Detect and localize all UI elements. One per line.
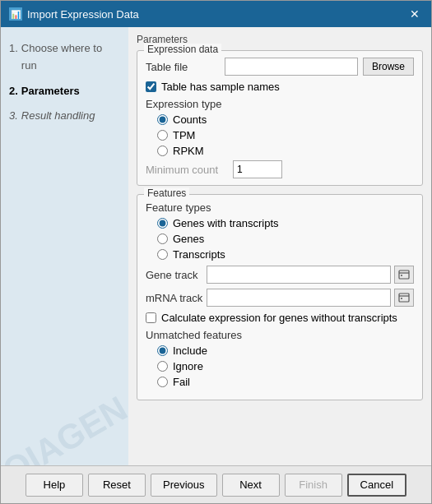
min-count-input[interactable] <box>233 160 282 178</box>
next-button[interactable]: Next <box>222 474 280 497</box>
svg-rect-2 <box>399 294 409 302</box>
expression-data-group: Expression data Table file Browse Table … <box>137 50 423 186</box>
svg-point-1 <box>401 275 402 276</box>
unmatched-ignore-row: Ignore <box>157 360 414 372</box>
min-count-row: Minimum count <box>146 160 414 178</box>
dialog-body: 1. Choose where to run 2. Parameters 3. … <box>1 27 431 465</box>
unmatched-ignore-radio[interactable] <box>157 361 168 372</box>
gene-track-row: Gene track <box>146 266 414 284</box>
mrna-track-label: mRNA track <box>146 292 203 304</box>
table-file-row: Table file Browse <box>146 58 414 76</box>
expression-type-tpm-radio[interactable] <box>157 130 168 141</box>
expression-group-title: Expression data <box>144 44 221 55</box>
min-count-label: Minimum count <box>146 164 228 176</box>
step1-label: Choose where to run <box>21 40 120 75</box>
feature-type-genes-label: Genes <box>173 233 204 245</box>
svg-point-3 <box>401 298 402 299</box>
browse-button[interactable]: Browse <box>363 58 414 76</box>
sample-names-row: Table has sample names <box>146 81 414 93</box>
gene-track-browse-icon <box>398 269 410 280</box>
sample-names-checkbox[interactable] <box>146 81 156 92</box>
unmatched-include-row: Include <box>157 344 414 357</box>
unmatched-include-radio[interactable] <box>157 345 168 356</box>
unmatched-fail-row: Fail <box>157 376 414 388</box>
feature-type-transcripts-label: Transcripts <box>173 248 225 261</box>
previous-button[interactable]: Previous <box>151 474 217 497</box>
mrna-track-row: mRNA track <box>146 289 414 307</box>
feature-types-group: Genes with transcripts Genes Transcripts <box>157 217 414 261</box>
finish-button[interactable]: Finish <box>285 474 342 497</box>
calc-expr-checkbox[interactable] <box>146 312 156 323</box>
cancel-button[interactable]: Cancel <box>347 474 406 497</box>
step1-number: 1. <box>9 40 18 75</box>
expression-type-rpkm-label: RPKM <box>173 145 204 157</box>
table-file-input[interactable] <box>225 58 358 76</box>
help-button[interactable]: Help <box>26 474 83 497</box>
expression-type-rpkm-row: RPKM <box>157 145 414 157</box>
unmatched-ignore-label: Ignore <box>173 360 203 372</box>
reset-button[interactable]: Reset <box>88 474 146 497</box>
unmatched-fail-radio[interactable] <box>157 377 168 387</box>
calc-expr-row: Calculate expression for genes without t… <box>146 312 414 324</box>
feature-type-genes-transcripts-row: Genes with transcripts <box>157 217 414 229</box>
dialog-footer: Help Reset Previous Next Finish Cancel <box>1 465 431 503</box>
sidebar-item-result[interactable]: 3. Result handling <box>9 108 120 125</box>
expression-type-label: Expression type <box>146 98 414 110</box>
unmatched-include-label: Include <box>173 344 207 357</box>
feature-type-genes-radio[interactable] <box>157 234 168 244</box>
dialog-title: Import Expression Data <box>27 8 139 21</box>
expression-type-tpm-row: TPM <box>157 129 414 141</box>
feature-type-transcripts-radio[interactable] <box>157 249 168 260</box>
expression-type-group: Counts TPM RPKM <box>157 113 414 157</box>
title-bar: 📊 Import Expression Data ✕ <box>1 1 431 27</box>
unmatched-fail-label: Fail <box>173 376 190 388</box>
title-bar-left: 📊 Import Expression Data <box>9 7 139 21</box>
feature-type-genes-transcripts-radio[interactable] <box>157 218 168 229</box>
feature-type-genes-transcripts-label: Genes with transcripts <box>173 217 279 229</box>
sidebar-item-choose[interactable]: 1. Choose where to run <box>9 40 120 75</box>
gene-track-browse-button[interactable] <box>394 266 414 284</box>
expression-type-tpm-label: TPM <box>173 129 195 141</box>
expression-type-rpkm-radio[interactable] <box>157 146 168 156</box>
table-file-label: Table file <box>146 61 220 73</box>
dialog-window: 📊 Import Expression Data ✕ 1. Choose whe… <box>0 0 432 504</box>
features-group-title: Features <box>144 187 189 199</box>
step2-number: 2. <box>9 83 18 100</box>
gene-track-input[interactable] <box>207 266 391 284</box>
mrna-track-browse-button[interactable] <box>394 289 414 307</box>
svg-rect-0 <box>399 270 409 279</box>
feature-type-transcripts-row: Transcripts <box>157 248 414 261</box>
calc-expr-label: Calculate expression for genes without t… <box>161 312 397 324</box>
step3-label: Result handling <box>21 108 95 125</box>
close-button[interactable]: ✕ <box>406 6 423 22</box>
sample-names-label: Table has sample names <box>161 81 280 93</box>
sidebar: 1. Choose where to run 2. Parameters 3. … <box>1 27 128 465</box>
main-content: Parameters Expression data Table file Br… <box>128 27 431 465</box>
step3-number: 3. <box>9 108 18 125</box>
feature-types-label: Feature types <box>146 201 414 214</box>
mrna-track-input[interactable] <box>207 289 391 307</box>
features-group: Features Feature types Genes with transc… <box>137 194 423 400</box>
unmatched-label: Unmatched features <box>146 329 414 341</box>
expression-type-counts-radio[interactable] <box>157 114 168 125</box>
feature-type-genes-row: Genes <box>157 233 414 245</box>
mrna-track-browse-icon <box>398 292 410 303</box>
gene-track-label: Gene track <box>146 269 203 281</box>
expression-type-counts-label: Counts <box>173 113 207 126</box>
watermark: QIAGEN <box>1 391 128 465</box>
dialog-icon: 📊 <box>9 7 22 21</box>
step2-label: Parameters <box>21 83 80 100</box>
expression-type-counts-row: Counts <box>157 113 414 126</box>
unmatched-group: Include Ignore Fail <box>157 344 414 388</box>
sidebar-item-parameters[interactable]: 2. Parameters <box>9 83 120 100</box>
